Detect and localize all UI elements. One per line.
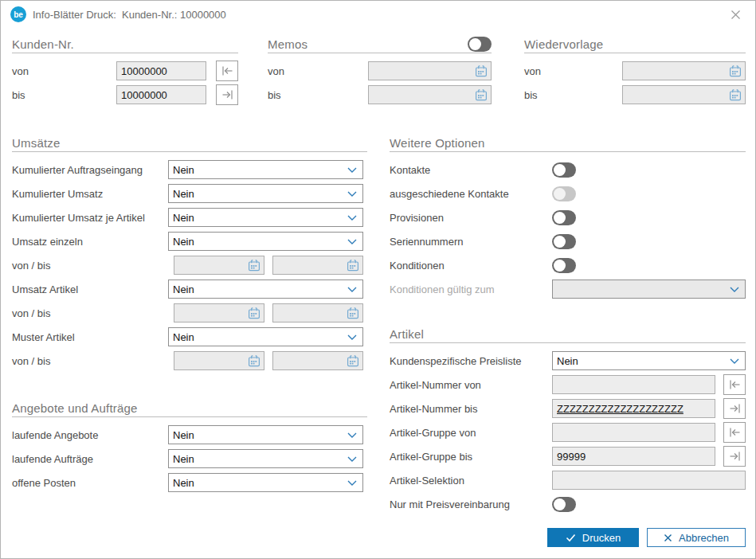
memos-von-datefield[interactable] [368,61,492,80]
calendar-icon[interactable] [347,260,359,272]
first-artikel-nummer-button[interactable] [723,374,746,395]
calendar-icon[interactable] [729,89,742,101]
field-label: Nur mit Preisvereinbarung [390,498,552,510]
calendar-icon[interactable] [475,89,488,101]
umsatz-artikel-select[interactable]: Nein [168,280,363,299]
chevron-down-icon [347,334,357,340]
memos-bis-datefield[interactable] [368,85,492,104]
artikel-gruppe-bis-input[interactable] [552,447,715,466]
calendar-icon[interactable] [729,65,742,77]
offene-posten-select[interactable]: Nein [168,473,363,492]
field-label: Artikel-Gruppe von [390,427,552,439]
field-label: von / bis [12,355,168,367]
field-label: Seriennummern [390,236,552,248]
muster-artikel-bis-datefield[interactable] [272,351,363,370]
calendar-icon[interactable] [248,307,260,319]
section-title: Weitere Optionen [390,136,485,150]
kunden-nr-von-input[interactable] [116,61,206,80]
calendar-icon[interactable] [347,307,359,319]
memos-toggle[interactable] [468,37,492,52]
field-label: ausgeschiedene Kontakte [390,188,552,200]
close-icon [731,10,741,20]
calendar-icon[interactable] [475,65,488,77]
umsatz-einzeln-bis-datefield[interactable] [272,256,363,275]
field-label: Kumulierter Umsatz [12,188,168,200]
last-artikel-gruppe-button[interactable] [723,446,746,467]
laufende-auftraege-select[interactable]: Nein [168,449,363,468]
umsaetze-row: von / bis [12,349,367,373]
calendar-icon[interactable] [248,355,260,367]
option-row: Kontakte [390,158,746,182]
chevron-down-icon [347,432,357,438]
first-artikel-gruppe-button[interactable] [723,422,746,443]
chevron-down-icon [347,167,357,173]
last-artikel-nummer-button[interactable] [723,398,746,419]
kumulierter-auftragseingang-select[interactable]: Nein [168,160,363,179]
field-label: Kundenspezifische Preisliste [390,355,552,367]
field-label: Umsatz einzeln [12,236,168,248]
field-label: Kumulierter Umsatz je Artikel [12,212,168,224]
umsatz-artikel-von-datefield[interactable] [174,303,264,322]
arrow-to-last-icon [729,451,741,462]
option-row: Seriennummern [390,229,746,253]
wiedervorlage-bis-row: bis [524,83,746,107]
konditionen-gueltig-zum-select [552,280,746,299]
kundenspezifische-preisliste-select[interactable]: Nein [552,351,746,370]
artikel-row: Artikel-Nummer von [390,373,746,397]
chevron-down-icon [347,480,357,486]
kunden-nr-bis-row: bis [12,83,238,107]
kumulierter-umsatz-select[interactable]: Nein [168,184,363,203]
field-label: Artikel-Gruppe bis [390,451,552,463]
seriennummern-toggle[interactable] [552,234,576,249]
wiedervorlage-bis-datefield[interactable] [622,85,746,104]
umsatz-artikel-bis-datefield[interactable] [272,303,363,322]
artikel-row: Nur mit Preisvereinbarung [390,492,746,516]
field-label: offene Posten [12,477,168,489]
kumulierter-umsatz-je-artikel-select[interactable]: Nein [168,208,363,227]
field-label: von [524,65,622,77]
close-button[interactable] [726,6,746,23]
muster-artikel-select[interactable]: Nein [168,327,363,346]
artikel-nummer-von-input[interactable] [552,375,715,394]
section-header: Umsätze [12,136,367,152]
section-title: Artikel [390,327,424,341]
section-header: Angebote und Aufträge [12,401,367,417]
artikel-row: Artikel-Gruppe bis [390,444,746,468]
muster-artikel-von-datefield[interactable] [174,351,264,370]
first-record-button[interactable] [216,61,238,81]
calendar-icon[interactable] [347,355,359,367]
field-label: von / bis [12,260,168,272]
section-memos: Memos von bis [268,37,492,107]
field-label: von [268,65,368,77]
artikel-nummer-bis-input[interactable] [552,399,715,418]
field-label: Provisionen [390,212,552,224]
umsaetze-row: Kumulierter Umsatz Nein [12,182,367,205]
umsaetze-row: von / bis [12,253,367,277]
calendar-icon[interactable] [248,260,260,272]
artikel-gruppe-von-input[interactable] [552,423,715,442]
umsaetze-row: Kumulierter Umsatz je Artikel Nein [12,205,367,229]
option-row: Konditionen gültig zum [390,277,746,301]
preisvereinbarung-toggle[interactable] [552,497,576,512]
kunden-nr-bis-input[interactable] [116,85,206,104]
laufende-angebote-select[interactable]: Nein [168,425,363,444]
section-wiedervorlage: Wiedervorlage von bis [524,37,746,107]
field-label: Artikel-Nummer bis [390,403,552,415]
umsatz-einzeln-von-datefield[interactable] [174,256,264,275]
provisionen-toggle[interactable] [552,210,576,225]
umsatz-einzeln-select[interactable]: Nein [168,232,363,251]
last-record-button[interactable] [216,84,238,105]
field-label: Kumulierter Auftragseingang [12,164,168,176]
konditionen-toggle[interactable] [552,258,576,273]
artikel-selektion-input[interactable] [552,471,746,490]
section-weitere-optionen: Weitere Optionen Kontakte ausgeschiedene… [390,136,746,301]
kontakte-toggle[interactable] [552,162,576,178]
chevron-down-icon [347,215,357,221]
chevron-down-icon [347,239,357,244]
section-kunden-nr: Kunden-Nr. von bis [12,37,238,107]
drucken-button[interactable]: Drucken [547,528,639,547]
field-label: Muster Artikel [12,331,168,343]
abbrechen-button[interactable]: Abbrechen [647,528,746,547]
section-title: Angebote und Aufträge [12,401,138,415]
wiedervorlage-von-datefield[interactable] [622,61,746,80]
